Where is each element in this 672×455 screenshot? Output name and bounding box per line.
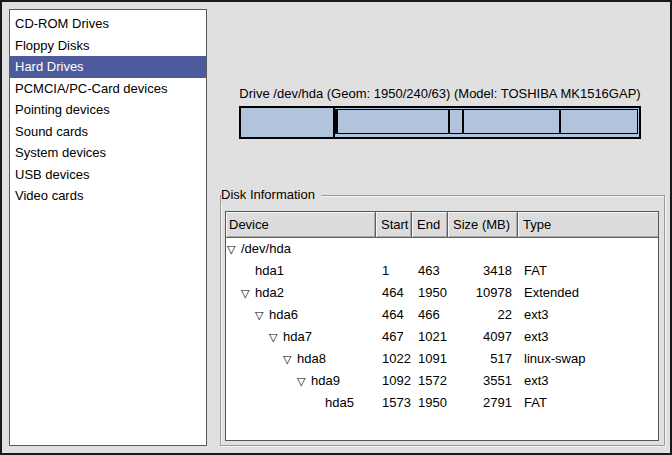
column-header-end[interactable]: End — [412, 212, 448, 238]
sidebar-item-cd-rom-drives[interactable]: CD-ROM Drives — [10, 13, 206, 35]
partition-segment-hda9 — [464, 110, 561, 133]
type-cell: ext3 — [518, 304, 658, 326]
partition-segment-hda5 — [561, 110, 637, 133]
end-cell: 1950 — [412, 392, 448, 414]
start-cell: 1022 — [376, 348, 412, 370]
device-cell: ▽hda2 — [226, 282, 376, 304]
start-cell — [376, 238, 412, 260]
sidebar-item-sound-cards[interactable]: Sound cards — [10, 121, 206, 143]
table-row-hda9[interactable]: ▽hda9109215723551ext3 — [226, 370, 658, 392]
expander-open-icon[interactable]: ▽ — [297, 370, 311, 392]
type-cell: FAT — [518, 260, 658, 282]
device-category-list: CD-ROM DrivesFloppy DisksHard DrivesPCMC… — [9, 9, 207, 446]
device-name: hda2 — [255, 282, 284, 304]
partition-table-body: ▽/dev/hdahda114633418FAT▽hda246419501097… — [226, 238, 658, 414]
partition-segment-hda8 — [450, 110, 464, 133]
start-cell: 1573 — [376, 392, 412, 414]
table-row-hda6[interactable]: ▽hda646446622ext3 — [226, 304, 658, 326]
end-cell — [412, 238, 448, 260]
type-cell: Extended — [518, 282, 658, 304]
partition-layout-bar — [239, 106, 641, 139]
tree-indent — [226, 359, 283, 360]
end-cell: 1950 — [412, 282, 448, 304]
device-cell: ▽hda8 — [226, 348, 376, 370]
start-cell: 1092 — [376, 370, 412, 392]
size-cell — [448, 238, 518, 260]
size-cell: 517 — [448, 348, 518, 370]
size-cell: 10978 — [448, 282, 518, 304]
sidebar-item-floppy-disks[interactable]: Floppy Disks — [10, 35, 206, 57]
device-cell: hda5 — [226, 392, 376, 414]
table-row--dev-hda[interactable]: ▽/dev/hda — [226, 238, 658, 260]
table-row-hda1[interactable]: hda114633418FAT — [226, 260, 658, 282]
device-cell: ▽hda9 — [226, 370, 376, 392]
end-cell: 466 — [412, 304, 448, 326]
size-cell: 22 — [448, 304, 518, 326]
device-cell: ▽/dev/hda — [226, 238, 376, 260]
table-row-hda7[interactable]: ▽hda746710214097ext3 — [226, 326, 658, 348]
expander-open-icon[interactable]: ▽ — [255, 304, 269, 326]
start-cell: 467 — [376, 326, 412, 348]
sidebar-item-pcmcia-pc-card-devices[interactable]: PCMCIA/PC-Card devices — [10, 78, 206, 100]
start-cell: 1 — [376, 260, 412, 282]
start-cell: 464 — [376, 282, 412, 304]
sidebar-item-hard-drives[interactable]: Hard Drives — [10, 56, 206, 78]
device-cell: ▽hda7 — [226, 326, 376, 348]
sidebar-item-pointing-devices[interactable]: Pointing devices — [10, 99, 206, 121]
partition-table-header: DeviceStartEndSize (MB)Type — [226, 212, 658, 238]
device-name: hda8 — [297, 348, 326, 370]
partition-table: DeviceStartEndSize (MB)Type ▽/dev/hdahda… — [225, 211, 659, 441]
start-cell: 464 — [376, 304, 412, 326]
hardware-browser-window: CD-ROM DrivesFloppy DisksHard DrivesPCMC… — [0, 0, 672, 455]
drive-geometry-title: Drive /dev/hda (Geom: 1950/240/63) (Mode… — [239, 86, 641, 101]
device-cell: ▽hda6 — [226, 304, 376, 326]
device-name: /dev/hda — [241, 238, 291, 260]
type-cell: ext3 — [518, 326, 658, 348]
tree-indent — [226, 315, 255, 316]
device-name: hda6 — [269, 304, 298, 326]
disk-information-label: Disk Information — [221, 187, 321, 203]
device-name: hda1 — [255, 260, 284, 282]
tree-indent — [226, 381, 297, 382]
device-name: hda7 — [283, 326, 312, 348]
expander-open-icon[interactable]: ▽ — [241, 282, 255, 304]
tree-indent — [226, 271, 241, 272]
partition-segment-hda1 — [241, 108, 335, 137]
device-name: hda9 — [311, 370, 340, 392]
partition-segment-hda2 — [335, 108, 639, 137]
end-cell: 1091 — [412, 348, 448, 370]
tree-indent — [226, 337, 269, 338]
size-cell: 3418 — [448, 260, 518, 282]
sidebar-item-video-cards[interactable]: Video cards — [10, 185, 206, 207]
expander-open-icon[interactable]: ▽ — [283, 348, 297, 370]
type-cell: FAT — [518, 392, 658, 414]
device-name: hda5 — [325, 392, 354, 414]
tree-indent — [226, 403, 311, 404]
size-cell: 3551 — [448, 370, 518, 392]
end-cell: 1021 — [412, 326, 448, 348]
type-cell: ext3 — [518, 370, 658, 392]
sidebar-item-usb-devices[interactable]: USB devices — [10, 164, 206, 186]
column-header-start[interactable]: Start — [376, 212, 412, 238]
column-header-device[interactable]: Device — [226, 212, 376, 238]
tree-indent — [226, 293, 241, 294]
end-cell: 463 — [412, 260, 448, 282]
expander-open-icon[interactable]: ▽ — [227, 238, 241, 260]
size-cell: 4097 — [448, 326, 518, 348]
expander-open-icon[interactable]: ▽ — [269, 326, 283, 348]
table-row-hda2[interactable]: ▽hda2464195010978Extended — [226, 282, 658, 304]
table-row-hda5[interactable]: hda5157319502791FAT — [226, 392, 658, 414]
type-cell: linux-swap — [518, 348, 658, 370]
column-header-size-mb-[interactable]: Size (MB) — [448, 212, 518, 238]
disk-information-groupbox: Disk Information DeviceStartEndSize (MB)… — [220, 195, 665, 446]
partition-segment-hda7 — [338, 110, 450, 133]
column-header-type[interactable]: Type — [518, 212, 658, 238]
sidebar-item-system-devices[interactable]: System devices — [10, 142, 206, 164]
type-cell — [518, 238, 658, 260]
device-cell: hda1 — [226, 260, 376, 282]
end-cell: 1572 — [412, 370, 448, 392]
extended-partition-box — [335, 109, 638, 134]
size-cell: 2791 — [448, 392, 518, 414]
table-row-hda8[interactable]: ▽hda810221091517linux-swap — [226, 348, 658, 370]
